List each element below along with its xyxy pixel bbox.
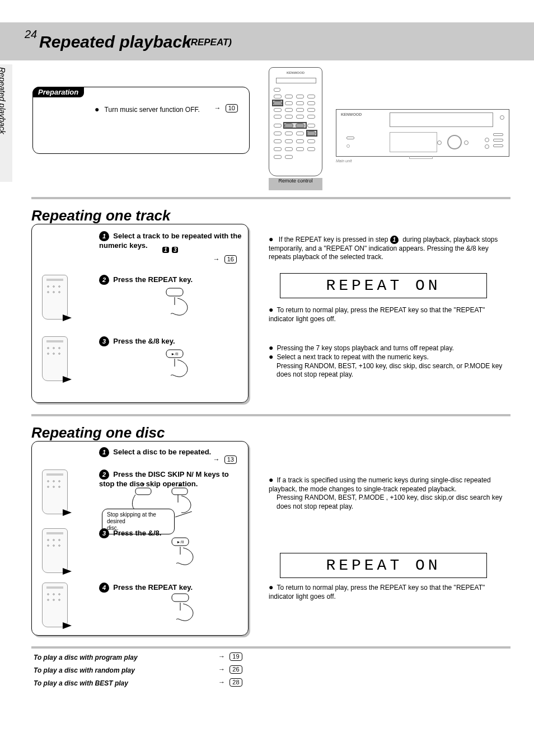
arrow-right-icon: → [218,678,225,686]
page-title: Repeated playback [39,32,191,51]
footer-3: To play a disc with BEST play [34,679,128,688]
stepB1-text: Select a disc to be repeated. [113,448,211,456]
main-unit-label: Main unit [336,159,352,163]
stepB1-ref: 13 [224,456,237,464]
noteA-1: ● If the REPEAT key is pressed in step 1… [269,235,509,262]
remote-brand: KENWOOD [269,71,322,74]
remote-thumb-a3 [42,336,68,381]
stepA3-text: Press the &/8 key. [113,337,175,345]
arrow-right-icon: → [218,665,225,673]
prep-pageref: 10 [226,104,238,112]
side-tab-label: Repeated playback [0,67,7,179]
noteA-2: ●To return to normal play, press the REP… [269,306,509,323]
button-press-icon: ►/II [158,349,197,379]
arrow-right-icon: → [213,456,219,463]
remote-thumb-b3 [42,528,68,573]
step-badge-2: 2 [99,469,109,480]
remote-thumb-b2 [42,469,68,514]
page-subtitle: (REPEAT) [188,37,232,48]
stepA2-text: Press the REPEAT key. [113,275,193,284]
noteA-4: ●Select a next track to repeat with the … [269,353,509,379]
svg-text:▼: ▼ [141,483,146,487]
button-press-icon [163,593,203,623]
arrow-right-icon: → [214,104,221,112]
section-b-heading: Repeating one disc [31,424,165,442]
noteB-1: ●If a track is specified using the numer… [269,476,509,511]
numkey-1: 1 [162,247,169,253]
main-unit-illustration: KENWOOD [336,109,509,157]
arrow-right-icon: → [213,255,219,263]
footer-2: To play a disc with random play [34,666,135,675]
remote-thumb-a2 [42,275,68,320]
arrow-right-icon: → [218,652,225,660]
procedure-box-b: 1 Select a disc to be repeated. → 13 2 P… [31,441,249,636]
remote-illustration: KENWOOD [269,67,322,176]
stepB4-text: Press the REPEAT key. [113,583,193,591]
preparation-box: Preparation ● Turn music server function… [32,87,250,154]
remote-label: Remote control [269,178,322,190]
step-badge-1: 1 [99,231,109,241]
svg-rect-5 [172,488,188,495]
numkey-3: 3 [172,247,179,253]
button-press-icon [158,287,197,318]
bullet-icon: ● [95,105,99,114]
noteA-3: ●Pressing the 7 key stops playback and t… [269,344,509,353]
section-a-heading: Repeating one track [31,207,171,224]
footer1-ref: 19 [229,652,242,661]
svg-text:▲: ▲ [177,483,182,487]
step-badge-1: 1 [99,447,109,457]
bubble-pointer [175,511,192,523]
step-badge-2: 2 [99,275,109,285]
remote-thumb-b4 [42,583,68,627]
main-unit-brand: KENWOOD [341,112,362,116]
lcd-display-2: REPEAT ON [280,553,487,578]
svg-text:►/II: ►/II [177,540,184,544]
svg-rect-0 [166,288,183,296]
svg-text:►/II: ►/II [171,352,179,356]
prep-text: Turn music server function OFF. [105,106,200,114]
svg-rect-3 [135,488,151,495]
stepB3-text: Press the &/8. [113,529,161,537]
preparation-label: Preparation [32,87,84,97]
page-number: 24 [25,28,37,41]
stepA1-ref: 16 [224,255,237,264]
lcd-display-1: REPEAT ON [280,273,487,298]
footer3-ref: 28 [229,678,242,687]
procedure-box-a: 1 Select a track to be repeated with the… [31,224,249,403]
step-badge-3: 3 [99,528,109,538]
noteB-2: ●To return to normal play, press the REP… [269,583,509,601]
footer-1: To play a disc with program play [34,654,138,663]
svg-rect-9 [172,594,189,602]
step-badge-4: 4 [99,583,109,593]
step-badge-3: 3 [99,336,109,346]
footer2-ref: 26 [229,665,242,674]
button-press-icon: ►/II [163,537,203,567]
